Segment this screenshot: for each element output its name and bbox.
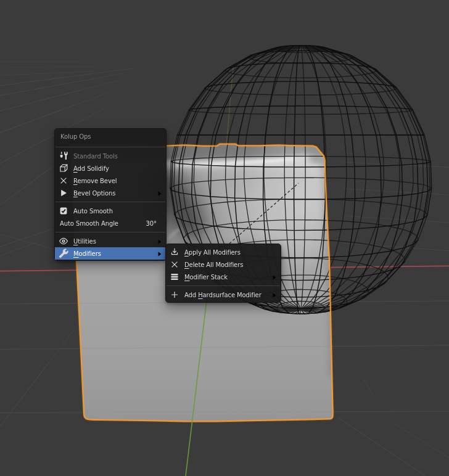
menu-item-label: Utilities [73,238,96,245]
menu-item-label: Add Hardsurface Modifier [184,292,262,298]
menu-item-standard-tools[interactable]: Standard Tools [55,150,166,162]
menu-item-modifiers[interactable]: Modifiers [55,247,166,260]
menu-item-auto-smooth-angle[interactable]: Auto Smooth Angle30° [55,217,166,229]
menu-item-apply-all-modifiers[interactable]: Apply All Modifiers [166,246,281,258]
menu-item-remove-bevel[interactable]: Remove Bevel [55,174,166,187]
menu-item-label: Modifiers [73,250,101,257]
submenu-arrow-icon [273,274,276,279]
menu-item-label: Apply All Modifiers [184,249,241,256]
checkbox-checked-icon [59,206,68,216]
menu-item-label: Remove Bevel [73,178,117,184]
menu-item-label: Modifier Stack [184,274,228,281]
context-menu-kolup-ops: Kolup Ops Standard ToolsAdd SolidifyRemo… [54,128,167,261]
menu-separator [55,199,166,205]
x-icon [59,176,68,186]
modifiers-submenu: Apply All ModifiersDelete All ModifiersM… [165,244,281,303]
plus-icon [170,290,179,300]
menu-item-label: Standard Tools [73,153,118,160]
x-icon [170,260,179,269]
play-icon [59,188,68,198]
submenu-arrow-icon [158,239,162,244]
menu-item-value[interactable]: 30° [146,220,157,227]
menu-item-add-hardsurface-modifier[interactable]: Add Hardsurface Modifier [166,289,281,301]
context-menu-title: Kolup Ops [55,129,166,144]
submenu-arrow-icon [273,292,276,297]
solidify-icon [59,163,68,173]
menu-item-label: Bevel Options [73,190,115,197]
apply-icon [170,247,179,257]
menu-item-label: Add Solidify [73,165,109,172]
blender-viewport: Kolup Ops Standard ToolsAdd SolidifyRemo… [0,0,449,476]
submenu-arrow-icon [158,191,162,195]
menu-separator [55,144,166,150]
tool-icon [59,151,68,161]
menu-item-add-solidify[interactable]: Add Solidify [55,162,166,174]
menu-separator [166,283,281,289]
menu-item-label: Delete All Modifiers [184,261,243,268]
menu-item-label: Auto Smooth [73,208,113,215]
menu-item-auto-smooth[interactable]: Auto Smooth [55,205,166,217]
wrench-icon [59,248,68,258]
submenu-arrow-icon [158,251,162,256]
menu-item-label: Auto Smooth Angle [60,220,118,227]
menu-item-utilities[interactable]: Utilities [55,235,166,247]
menu-item-modifier-stack[interactable]: Modifier Stack [166,271,281,283]
menu-bars-icon [170,272,179,282]
menu-separator [55,229,166,235]
eye-icon [59,236,68,246]
menu-item-delete-all-modifiers[interactable]: Delete All Modifiers [166,258,281,271]
menu-item-bevel-options[interactable]: Bevel Options [55,187,166,199]
